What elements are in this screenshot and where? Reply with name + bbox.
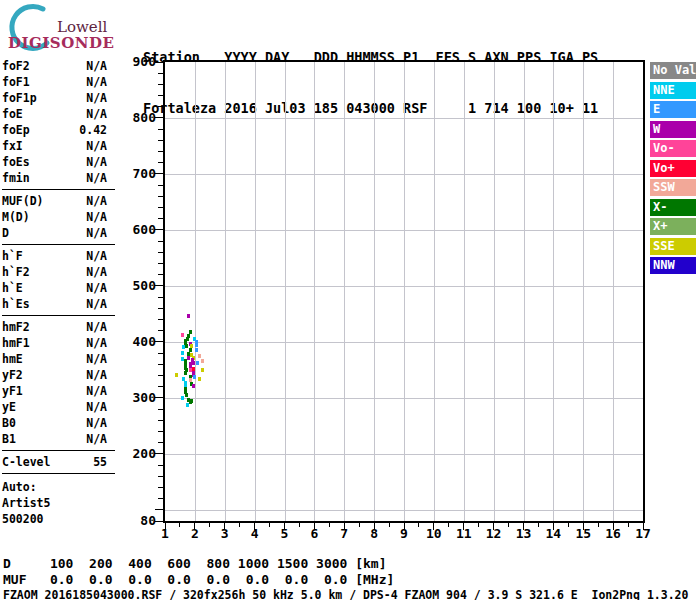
param-row: DN/A bbox=[2, 225, 107, 241]
y-tick bbox=[158, 218, 163, 219]
y-tick bbox=[155, 173, 163, 174]
y-tick bbox=[158, 196, 163, 197]
param-value: N/A bbox=[86, 351, 107, 367]
x-tick-label: 5 bbox=[273, 527, 297, 541]
echo-point bbox=[193, 375, 196, 379]
y-tick bbox=[155, 285, 163, 286]
param-value: N/A bbox=[86, 415, 107, 431]
x-tick-label: 16 bbox=[601, 527, 625, 541]
y-tick bbox=[158, 353, 163, 354]
param-value: N/A bbox=[86, 296, 107, 312]
param-label: fxI bbox=[2, 138, 23, 154]
x-tick bbox=[359, 523, 360, 527]
param-group: hmF2N/AhmF1N/AhmEN/AyF2N/AyF1N/AyEN/AB0N… bbox=[2, 319, 115, 451]
param-row: yF1N/A bbox=[2, 383, 107, 399]
param-label: h`F bbox=[2, 248, 23, 264]
param-row: foF1pN/A bbox=[2, 90, 107, 106]
auto-line: Artist5 bbox=[2, 495, 115, 511]
gridline-v bbox=[285, 62, 286, 521]
param-row: fminN/A bbox=[2, 170, 107, 186]
param-label: B1 bbox=[2, 431, 16, 447]
param-label: MUF(D) bbox=[2, 193, 44, 209]
y-tick bbox=[158, 375, 163, 376]
status-line: FZAOM_2016185043000.RSF / 320fx256h 50 k… bbox=[3, 588, 688, 600]
y-tick bbox=[158, 207, 163, 208]
gridline-v bbox=[255, 62, 256, 521]
param-value: 55 bbox=[93, 454, 107, 470]
param-row: h`EN/A bbox=[2, 280, 107, 296]
legend-item-vo+: Vo+ bbox=[650, 160, 696, 177]
x-tick-label: 13 bbox=[512, 527, 536, 541]
y-tick bbox=[158, 364, 163, 365]
param-group: foF2N/AfoF1N/AfoF1pN/AfoEN/AfoEp0.42fxIN… bbox=[2, 58, 115, 190]
x-tick bbox=[568, 523, 569, 527]
y-tick bbox=[155, 62, 163, 63]
y-tick bbox=[158, 319, 163, 320]
y-tick bbox=[158, 95, 163, 96]
param-row: fxIN/A bbox=[2, 138, 107, 154]
param-label: h`E bbox=[2, 280, 23, 296]
lowell-digisonde-logo: Lowell DIGISONDE bbox=[2, 2, 132, 54]
param-value: N/A bbox=[86, 209, 107, 225]
auto-line: Auto: bbox=[2, 479, 115, 495]
echo-point bbox=[201, 359, 204, 363]
param-value: N/A bbox=[86, 264, 107, 280]
legend-item-w: W bbox=[650, 121, 696, 138]
y-tick bbox=[158, 151, 163, 152]
gridline-h bbox=[165, 454, 643, 455]
param-label: yE bbox=[2, 399, 16, 415]
y-tick bbox=[158, 252, 163, 253]
x-tick-label: 3 bbox=[213, 527, 237, 541]
x-tick bbox=[299, 523, 300, 527]
y-tick-label: 600 bbox=[124, 222, 156, 238]
param-row: B0N/A bbox=[2, 415, 107, 431]
y-tick-label: 500 bbox=[124, 278, 156, 294]
ionogram-plot bbox=[163, 60, 645, 523]
y-tick bbox=[155, 341, 163, 342]
gridline-h bbox=[165, 286, 643, 287]
x-tick-label: 1 bbox=[153, 527, 177, 541]
gridline-v bbox=[314, 62, 315, 521]
x-tick-label: 12 bbox=[482, 527, 506, 541]
param-value: N/A bbox=[86, 335, 107, 351]
x-tick bbox=[269, 523, 270, 527]
param-group: MUF(D)N/AM(D)N/ADN/A bbox=[2, 193, 115, 245]
echo-point bbox=[184, 371, 187, 375]
param-label: h`Es bbox=[2, 296, 30, 312]
gridline-h bbox=[165, 174, 643, 175]
echo-point bbox=[195, 348, 198, 352]
echo-point bbox=[185, 393, 188, 397]
param-row: foF1N/A bbox=[2, 74, 107, 90]
x-tick-label: 6 bbox=[302, 527, 326, 541]
param-row: h`FN/A bbox=[2, 248, 107, 264]
param-row: h`F2N/A bbox=[2, 264, 107, 280]
y-tick bbox=[158, 84, 163, 85]
param-value: 0.42 bbox=[79, 122, 107, 138]
distance-scale-row: D 100 200 400 600 800 1000 1500 3000 [km… bbox=[3, 556, 387, 571]
y-tick bbox=[158, 140, 163, 141]
legend-item-noval: No Val bbox=[650, 62, 696, 79]
muf-scale-row: MUF 0.0 0.0 0.0 0.0 0.0 0.0 0.0 0.0 [MHz… bbox=[3, 572, 394, 587]
x-tick-label: 11 bbox=[452, 527, 476, 541]
echo-point bbox=[187, 314, 190, 318]
param-label: D bbox=[2, 225, 9, 241]
param-label: foF2 bbox=[2, 58, 30, 74]
param-row: B1N/A bbox=[2, 431, 107, 447]
y-tick bbox=[158, 308, 163, 309]
param-label: foEs bbox=[2, 154, 30, 170]
gridline-v bbox=[404, 62, 405, 521]
param-label: fmin bbox=[2, 170, 30, 186]
echo-point bbox=[181, 396, 184, 400]
y-tick bbox=[158, 263, 163, 264]
legend-item-ssw: SSW bbox=[650, 179, 696, 196]
x-tick bbox=[478, 523, 479, 527]
echo-point bbox=[195, 343, 198, 347]
echo-point bbox=[198, 354, 201, 358]
param-row: foF2N/A bbox=[2, 58, 107, 74]
echo-point bbox=[182, 345, 185, 349]
legend-item-x+: X+ bbox=[650, 218, 696, 235]
y-tick bbox=[158, 129, 163, 130]
x-tick-label: 17 bbox=[631, 527, 655, 541]
param-label: hmF2 bbox=[2, 319, 30, 335]
param-label: foF1p bbox=[2, 90, 37, 106]
